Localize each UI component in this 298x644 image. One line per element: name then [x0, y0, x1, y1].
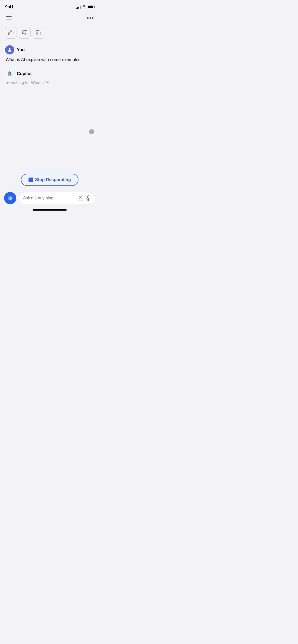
user-message-block: You What is AI explain with some example… — [5, 45, 94, 63]
user-message-header: You — [5, 45, 94, 54]
more-options-button[interactable]: ••• — [87, 15, 94, 21]
app-container: 9:41 •• — [0, 0, 99, 215]
stop-square-icon — [29, 178, 33, 182]
copilot-message-header: Copilot — [5, 69, 94, 78]
status-bar: 9:41 — [0, 0, 99, 13]
home-indicator — [33, 209, 67, 211]
svg-point-1 — [9, 48, 11, 50]
user-message-text: What is AI explain with some examples — [5, 56, 94, 63]
new-chat-icon — [7, 195, 13, 201]
copilot-searching-text: Searching for What is AI — [5, 80, 94, 85]
chat-container: You What is AI explain with some example… — [0, 43, 99, 174]
user-avatar-icon — [7, 47, 12, 52]
svg-point-5 — [80, 198, 81, 199]
stop-responding-label: Stop Responding — [35, 177, 71, 182]
copilot-sender-name: Copilot — [17, 71, 32, 76]
copilot-logo-icon — [5, 69, 14, 78]
home-indicator-container — [0, 209, 99, 215]
copy-button[interactable] — [33, 27, 44, 39]
stop-responding-container: Stop Responding — [0, 174, 99, 186]
action-buttons-row — [0, 24, 99, 43]
nav-bar: ••• — [0, 13, 99, 24]
signal-icon — [76, 6, 80, 9]
svg-rect-0 — [38, 32, 41, 35]
user-sender-name: You — [17, 47, 25, 52]
chat-messages: You What is AI explain with some example… — [0, 43, 99, 94]
status-icons — [76, 5, 94, 9]
user-avatar — [5, 45, 14, 54]
chat-input[interactable] — [23, 196, 75, 200]
input-bar — [0, 190, 99, 209]
battery-icon — [88, 6, 94, 9]
svg-rect-6 — [88, 196, 89, 199]
thumbs-up-button[interactable] — [5, 27, 17, 39]
thumbs-down-button[interactable] — [19, 27, 31, 39]
copilot-avatar — [5, 69, 14, 78]
status-time: 9:41 — [5, 5, 13, 10]
copilot-message-block: Copilot Searching for What is AI — [5, 69, 94, 85]
new-chat-button[interactable] — [4, 192, 16, 204]
scroll-indicator[interactable] — [89, 129, 94, 134]
text-input-container — [19, 192, 95, 204]
microphone-icon[interactable] — [86, 195, 91, 201]
menu-button[interactable] — [5, 15, 13, 21]
stop-responding-button[interactable]: Stop Responding — [21, 174, 79, 186]
wifi-icon — [82, 5, 86, 9]
camera-icon[interactable] — [78, 196, 83, 200]
